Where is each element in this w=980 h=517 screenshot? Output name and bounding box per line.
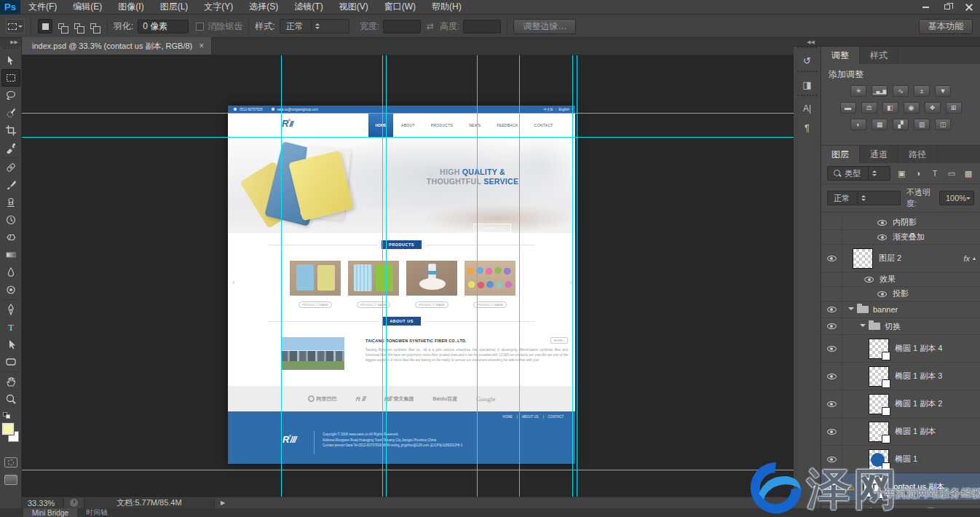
layer-row-selected[interactable]: ⚠ T contact us 副本 — [821, 473, 980, 501]
clone-stamp-tool[interactable] — [1, 194, 20, 211]
properties-panel-icon[interactable]: ◨ — [798, 76, 817, 93]
visibility-toggle[interactable] — [877, 234, 887, 240]
paragraph-panel-icon[interactable]: ¶ — [798, 119, 817, 136]
visibility-toggle[interactable] — [827, 429, 837, 435]
layer-effect-row[interactable]: 渐变叠加 — [821, 230, 980, 245]
filter-pixel-layers-icon[interactable]: ▣ — [896, 169, 907, 178]
filter-adjustment-layers-icon[interactable]: ◑ — [912, 169, 924, 178]
layer-group-row[interactable]: 切换 — [821, 318, 980, 335]
website-design-document[interactable]: 0512-82707625 sara.xu@rongweigroup.com 中… — [228, 106, 575, 464]
lasso-tool[interactable] — [1, 87, 20, 104]
filter-shape-layers-icon[interactable]: ▭ — [946, 169, 957, 178]
text-layer-thumbnail[interactable]: T — [864, 477, 884, 497]
crop-tool[interactable] — [1, 122, 20, 139]
collapse-effects-icon[interactable]: ▴ — [973, 255, 976, 261]
filter-type-layers-icon[interactable]: T — [929, 169, 941, 178]
shape-layer-thumbnail[interactable] — [869, 449, 889, 470]
menu-type[interactable]: 文字(Y) — [196, 0, 241, 15]
visibility-toggle[interactable] — [877, 220, 887, 226]
default-colors-icon[interactable] — [3, 412, 12, 419]
channel-mixer-icon[interactable]: ❖ — [925, 102, 941, 114]
screen-mode-button[interactable] — [4, 475, 17, 485]
layer-row[interactable]: 椭圆 1 — [821, 446, 980, 473]
menu-select[interactable]: 选择(S) — [241, 0, 286, 15]
selective-color-icon[interactable]: ◫ — [935, 119, 951, 130]
group-expand-icon[interactable] — [848, 307, 854, 313]
visibility-toggle[interactable] — [827, 256, 837, 261]
menu-edit[interactable]: 编辑(E) — [65, 0, 110, 15]
toolbar-collapse-icon[interactable]: ▶▶ — [0, 38, 21, 47]
menu-filter[interactable]: 滤镜(T) — [286, 0, 331, 15]
quick-selection-tool[interactable] — [1, 104, 20, 122]
brush-tool[interactable] — [1, 176, 20, 194]
dock-collapse-bar[interactable]: ◀◀ — [794, 38, 980, 47]
style-dropdown[interactable]: 正常 — [280, 19, 349, 33]
layer-row[interactable]: 椭圆 1 副本 2 — [821, 390, 980, 418]
layer-row[interactable]: 椭圆 1 副本 — [821, 418, 980, 446]
visibility-toggle[interactable] — [827, 307, 837, 312]
menu-layer[interactable]: 图层(L) — [152, 0, 197, 15]
color-balance-icon[interactable]: ⚖ — [861, 102, 877, 114]
photo-filter-icon[interactable]: ◉ — [904, 102, 920, 114]
tab-paths[interactable]: 路径 — [898, 146, 937, 163]
curves-icon[interactable]: ∿ — [893, 85, 909, 97]
fx-icon[interactable]: fx — [963, 254, 970, 263]
tab-channels[interactable]: 通道 — [860, 146, 898, 163]
layer-filter-dropdown[interactable]: 类型 — [827, 166, 890, 181]
move-tool[interactable] — [1, 52, 20, 69]
tab-close-icon[interactable]: × — [199, 41, 204, 51]
quick-mask-button[interactable] — [4, 457, 17, 467]
history-brush-tool[interactable] — [1, 211, 20, 229]
effects-header-row[interactable]: 效果 — [821, 272, 980, 287]
zoom-tool[interactable] — [1, 390, 20, 408]
dodge-tool[interactable] — [1, 281, 20, 299]
brightness-contrast-icon[interactable]: ☀ — [850, 85, 866, 97]
menu-window[interactable]: 窗口(W) — [376, 0, 424, 15]
visibility-toggle[interactable] — [827, 457, 837, 462]
black-white-icon[interactable]: ◧ — [882, 102, 898, 114]
pen-tool[interactable] — [1, 301, 20, 318]
layer-group-row[interactable]: banner — [821, 301, 980, 318]
visibility-toggle[interactable] — [827, 323, 837, 329]
workspace-switcher-button[interactable]: 基本功能 — [919, 19, 973, 34]
visibility-toggle[interactable] — [827, 484, 837, 490]
tab-styles[interactable]: 样式 — [860, 47, 898, 64]
rectangular-marquee-tool[interactable] — [1, 69, 20, 87]
tool-preset-picker[interactable] — [6, 19, 25, 33]
feather-input[interactable]: 0 像素 — [138, 20, 189, 33]
menu-help[interactable]: 帮助(H) — [424, 0, 470, 15]
eyedropper-tool[interactable] — [1, 139, 20, 157]
opacity-input[interactable]: 100% — [939, 191, 974, 205]
gradient-map-icon[interactable]: ▥ — [914, 119, 930, 130]
tab-timeline[interactable]: 时间轴 — [77, 508, 116, 517]
hand-tool[interactable] — [1, 373, 20, 390]
visibility-toggle[interactable] — [864, 277, 874, 283]
width-input[interactable] — [383, 20, 421, 33]
history-panel-icon[interactable]: ↺ — [798, 52, 817, 69]
visibility-toggle[interactable] — [877, 291, 887, 297]
layer-effect-row[interactable]: 投影 — [821, 287, 980, 301]
restore-button[interactable] — [936, 0, 958, 15]
new-selection-button[interactable] — [38, 19, 52, 33]
rounded-rectangle-tool[interactable] — [1, 353, 20, 371]
vibrance-icon[interactable]: ▼ — [935, 85, 951, 97]
menu-image[interactable]: 图像(I) — [110, 0, 151, 15]
tab-mini-bridge[interactable]: Mini Bridge — [23, 508, 77, 517]
visibility-toggle[interactable] — [827, 346, 837, 352]
eraser-tool[interactable] — [1, 229, 20, 246]
layer-row[interactable]: 椭圆 1 副本 3 — [821, 363, 980, 390]
height-input[interactable] — [463, 20, 501, 33]
add-to-selection-button[interactable] — [54, 19, 68, 33]
layer-row[interactable]: 椭圆 1 副本 4 — [821, 335, 980, 363]
invert-icon[interactable]: ◐ — [850, 119, 866, 130]
posterize-icon[interactable]: ▦ — [872, 119, 888, 130]
exposure-icon[interactable]: ± — [914, 85, 930, 97]
minimize-button[interactable] — [914, 0, 936, 15]
shape-layer-thumbnail[interactable] — [869, 339, 889, 359]
shape-layer-thumbnail[interactable] — [869, 422, 889, 442]
color-lookup-icon[interactable]: ⊞ — [946, 102, 962, 114]
status-options-icon[interactable]: ▶ — [221, 500, 225, 506]
spot-healing-brush-tool[interactable] — [1, 159, 20, 176]
refine-edge-button[interactable]: 调整边缘… — [513, 19, 576, 34]
canvas-area[interactable]: 0512-82707625 sara.xu@rongweigroup.com 中… — [22, 55, 794, 497]
